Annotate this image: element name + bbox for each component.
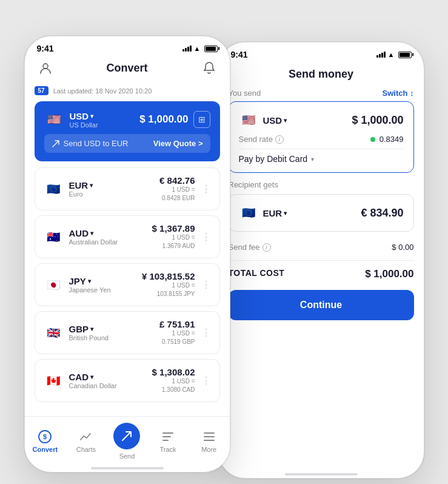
send-fee-info-icon[interactable]: i xyxy=(262,243,271,252)
cad-flag: 🇨🇦 xyxy=(44,371,63,391)
nav-convert-label: Convert xyxy=(33,446,58,453)
send-fee-label: Send fee i xyxy=(229,243,271,252)
you-send-row: 🇺🇸 USD ▾ $ 1,000.00 xyxy=(239,110,404,130)
status-icons-right: ▲ xyxy=(376,51,412,58)
gbp-flag: 🇬🇧 xyxy=(44,323,63,343)
profile-icon[interactable] xyxy=(37,59,54,76)
battery-icon xyxy=(204,45,218,52)
you-send-card: 🇺🇸 USD ▾ $ 1,000.00 Send rate i xyxy=(229,101,414,173)
usd-amount: $ 1,000.00 xyxy=(139,113,188,126)
wifi-icon-right: ▲ xyxy=(388,51,395,58)
recipient-row: 🇪🇺 EUR ▾ € 834.90 xyxy=(239,203,404,223)
left-phone: 9:41 ▲ Conv xyxy=(24,36,230,472)
pay-method-chevron: ▾ xyxy=(311,156,314,163)
signal-icon-right xyxy=(376,52,386,58)
send-rate-value: 0.8349 xyxy=(370,135,404,144)
aud-rate: 1 USD =1.3679 AUD xyxy=(152,234,195,250)
aud-menu-icon[interactable]: ⋮ xyxy=(201,231,211,243)
nav-more-label: More xyxy=(201,446,216,453)
send-label: Send USD to EUR xyxy=(52,139,129,148)
aud-flag: 🇦🇺 xyxy=(44,227,63,247)
main-currency-card[interactable]: 🇺🇸 USD ▾ US Dollar $ 1,000.00 ⊞ xyxy=(35,101,220,161)
cad-name: Canadian Dollar xyxy=(69,382,117,389)
time-right: 9:41 xyxy=(231,50,248,59)
nav-track-label: Track xyxy=(160,446,176,453)
svg-rect-3 xyxy=(162,432,173,434)
aud-card[interactable]: 🇦🇺 AUD ▾ Australian Dollar $ 1,367.89 1 … xyxy=(35,215,220,258)
send-rate-row: Send rate i 0.8349 xyxy=(239,130,404,149)
home-indicator-left xyxy=(91,467,164,469)
you-send-currency[interactable]: 🇺🇸 USD ▾ xyxy=(239,110,287,130)
bell-icon[interactable] xyxy=(201,59,218,76)
send-fab[interactable] xyxy=(113,423,140,449)
jpy-card[interactable]: 🇯🇵 JPY ▾ Japanese Yen ¥ 103,815.52 1 USD… xyxy=(35,263,220,306)
nav-more[interactable]: More xyxy=(191,429,227,453)
time-left: 9:41 xyxy=(37,44,54,53)
cad-card[interactable]: 🇨🇦 CAD ▾ Canadian Dollar $ 1,308.02 1 US… xyxy=(35,359,220,402)
recipient-card: 🇪🇺 EUR ▾ € 834.90 xyxy=(229,194,414,232)
header-title-left: Convert xyxy=(54,62,201,75)
nav-convert[interactable]: $ Convert xyxy=(27,429,63,453)
eur-card[interactable]: 🇪🇺 EUR ▾ Euro € 842.76 1 USD =0.8428 EUR xyxy=(35,167,220,210)
eur-code: EUR ▾ xyxy=(69,180,93,190)
switch-btn[interactable]: Switch ↕ xyxy=(382,89,413,98)
gbp-code: GBP ▾ xyxy=(69,324,109,334)
status-bar-right: 9:41 ▲ xyxy=(219,42,424,63)
home-indicator-right xyxy=(285,473,358,476)
header-left: Convert xyxy=(25,57,230,82)
eur-menu-icon[interactable]: ⋮ xyxy=(201,183,211,195)
total-cost-value: $ 1,000.00 xyxy=(365,268,413,280)
nav-charts[interactable]: Charts xyxy=(68,429,104,453)
nav-send-label: Send xyxy=(119,452,135,460)
status-icons-left: ▲ xyxy=(182,45,218,52)
gbp-rate: 1 USD =0.7519 GBP xyxy=(159,329,195,346)
signal-icon xyxy=(182,45,192,52)
aud-name: Australian Dollar xyxy=(69,238,118,246)
nav-track[interactable]: Track xyxy=(150,429,186,453)
send-fee-row: Send fee i $ 0.00 xyxy=(229,237,414,258)
send-rate-info-icon[interactable]: i xyxy=(275,135,284,144)
svg-rect-5 xyxy=(162,440,169,441)
eur-flag-right: 🇪🇺 xyxy=(239,203,258,223)
green-dot xyxy=(370,137,375,142)
calculator-icon[interactable]: ⊞ xyxy=(193,111,210,128)
svg-rect-4 xyxy=(162,436,171,437)
right-phone: 9:41 ▲ Send money xyxy=(218,42,424,479)
send-quote-row[interactable]: Send USD to EUR View Quote > xyxy=(44,134,210,153)
nav-send[interactable]: Send xyxy=(109,423,145,460)
eur-amount: € 842.76 xyxy=(159,175,195,186)
you-send-amount: $ 1,000.00 xyxy=(352,114,403,127)
pay-method-label: Pay by Debit Card xyxy=(239,154,308,164)
continue-button[interactable]: Continue xyxy=(229,290,414,320)
view-quote-btn[interactable]: View Quote > xyxy=(153,139,203,148)
aud-amount: $ 1,367.89 xyxy=(152,223,195,234)
usd-flag: 🇺🇸 xyxy=(44,110,64,129)
eur-flag: 🇪🇺 xyxy=(44,180,63,199)
usd-code-right: USD ▾ xyxy=(263,115,287,126)
svg-text:$: $ xyxy=(43,433,47,440)
recipient-label: Recipient gets xyxy=(229,180,414,189)
recipient-currency[interactable]: 🇪🇺 EUR ▾ xyxy=(239,203,287,223)
header-right: Send money xyxy=(219,63,424,89)
gbp-name: British Pound xyxy=(69,334,109,341)
jpy-menu-icon[interactable]: ⋮ xyxy=(201,279,211,291)
cad-code: CAD ▾ xyxy=(69,372,117,382)
gbp-card[interactable]: 🇬🇧 GBP ▾ British Pound £ 751.91 1 USD =0… xyxy=(35,311,220,354)
gbp-menu-icon[interactable]: ⋮ xyxy=(201,327,211,338)
last-updated-bar: 57 Last updated: 18 Nov 2020 10:20 xyxy=(35,82,220,101)
status-bar-left: 9:41 ▲ xyxy=(25,36,230,57)
jpy-rate: 1 USD =103.8155 JPY xyxy=(142,281,195,298)
you-send-label: You send xyxy=(229,89,261,98)
total-cost-label: TOTAL COST xyxy=(229,268,285,280)
send-fee-value: $ 0.00 xyxy=(392,243,413,252)
usd-name: US Dollar xyxy=(70,121,98,129)
wifi-icon: ▲ xyxy=(194,45,201,52)
cad-rate: 1 USD =1.3080 CAD xyxy=(152,377,195,394)
last-updated-text: Last updated: 18 Nov 2020 10:20 xyxy=(53,87,152,95)
svg-rect-6 xyxy=(204,432,215,434)
left-phone-content: 57 Last updated: 18 Nov 2020 10:20 🇺🇸 US… xyxy=(25,82,230,416)
update-badge: 57 xyxy=(35,86,48,95)
gbp-amount: £ 751.91 xyxy=(159,319,195,329)
cad-menu-icon[interactable]: ⋮ xyxy=(201,375,211,386)
pay-method-row[interactable]: Pay by Debit Card ▾ xyxy=(239,149,404,164)
